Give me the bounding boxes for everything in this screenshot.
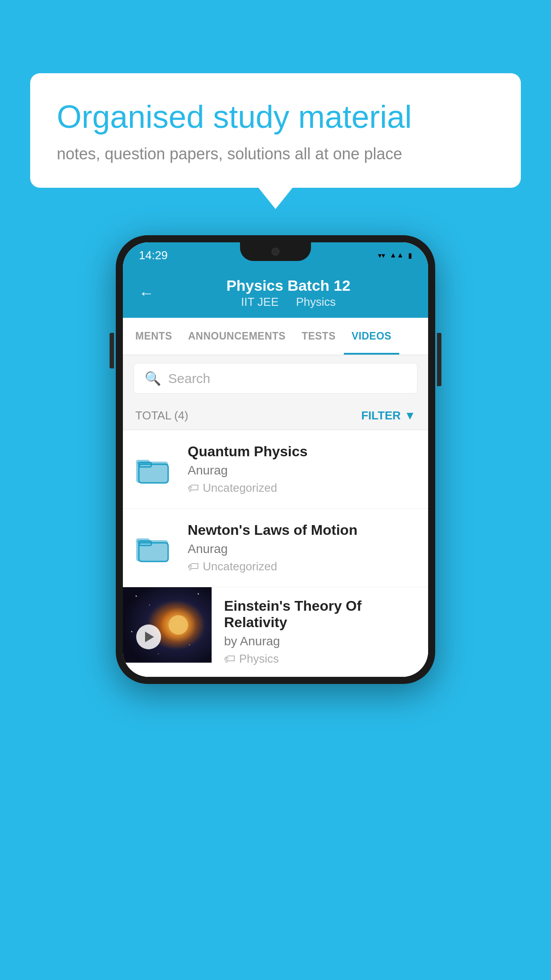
phone-screen: 14:29 ▾▾ ▲▲ ▮ ← Physics Batch 12 IIT JEE [123, 242, 428, 677]
video-tag: 🏷 Uncategorized [188, 481, 416, 495]
filter-button[interactable]: FILTER ▼ [361, 409, 416, 423]
svg-point-11 [136, 596, 137, 597]
video-info: Quantum Physics Anurag 🏷 Uncategorized [188, 443, 416, 495]
filter-label: FILTER [361, 409, 401, 423]
svg-point-16 [158, 653, 159, 654]
filter-funnel-icon: ▼ [404, 409, 416, 423]
phone-wrapper: 14:29 ▾▾ ▲▲ ▮ ← Physics Batch 12 IIT JEE [116, 235, 435, 684]
svg-point-12 [149, 605, 150, 605]
tab-ments[interactable]: MENTS [127, 318, 180, 355]
header-subtitle-physics: Physics [296, 295, 336, 308]
folder-icon-wrap [135, 532, 175, 563]
folder-icon-wrap [135, 454, 175, 485]
search-icon: 🔍 [145, 371, 161, 386]
back-button[interactable]: ← [139, 285, 154, 302]
header-title: Physics Batch 12 [165, 277, 412, 294]
app-header: ← Physics Batch 12 IIT JEE Physics [123, 268, 428, 318]
tag-label: Uncategorized [203, 560, 277, 573]
thumb-bg [123, 587, 212, 663]
play-button[interactable] [136, 624, 161, 649]
status-icons: ▾▾ ▲▲ ▮ [378, 251, 412, 260]
tab-announcements[interactable]: ANNOUNCEMENTS [180, 318, 294, 355]
phone-frame: 14:29 ▾▾ ▲▲ ▮ ← Physics Batch 12 IIT JEE [116, 235, 435, 684]
video-author: Anurag [188, 463, 416, 478]
tag-label: Physics [239, 652, 279, 666]
video-info: Newton's Laws of Motion Anurag 🏷 Uncateg… [188, 522, 416, 573]
speech-bubble-container: Organised study material notes, question… [30, 73, 521, 188]
video-title: Einstein's Theory Of Relativity [224, 598, 416, 631]
folder-icon [135, 532, 171, 563]
wifi-icon: ▾▾ [378, 251, 385, 260]
header-info: Physics Batch 12 IIT JEE Physics [165, 277, 412, 309]
tab-videos[interactable]: VIDEOS [344, 318, 400, 355]
video-tag: 🏷 Uncategorized [188, 560, 416, 573]
status-time: 14:29 [139, 249, 168, 262]
tag-label: Uncategorized [203, 481, 277, 495]
bubble-subtitle: notes, question papers, solutions all at… [57, 145, 494, 163]
camera-dot [272, 248, 279, 256]
tabs-bar: MENTS ANNOUNCEMENTS TESTS VIDEOS [123, 318, 428, 355]
video-list: Quantum Physics Anurag 🏷 Uncategorized [123, 430, 428, 677]
svg-point-14 [189, 644, 190, 645]
signal-icon: ▲▲ [390, 251, 404, 259]
total-count-label: TOTAL (4) [135, 409, 188, 423]
tab-tests[interactable]: TESTS [294, 318, 344, 355]
list-item[interactable]: Quantum Physics Anurag 🏷 Uncategorized [123, 430, 428, 509]
video-title: Newton's Laws of Motion [188, 522, 416, 538]
header-subtitle: IIT JEE Physics [165, 295, 412, 309]
svg-point-15 [131, 631, 133, 632]
svg-point-10 [169, 615, 188, 635]
search-input-wrapper[interactable]: 🔍 Search [134, 363, 417, 394]
battery-icon: ▮ [408, 251, 412, 260]
video-title: Quantum Physics [188, 443, 416, 460]
tag-icon: 🏷 [188, 481, 199, 495]
video-tag: 🏷 Physics [224, 652, 416, 666]
notch [240, 242, 311, 261]
list-item[interactable]: Newton's Laws of Motion Anurag 🏷 Uncateg… [123, 509, 428, 587]
search-container: 🔍 Search [123, 355, 428, 402]
search-placeholder: Search [168, 371, 210, 386]
filter-row: TOTAL (4) FILTER ▼ [123, 402, 428, 430]
video-author: Anurag [188, 542, 416, 556]
list-item[interactable]: Einstein's Theory Of Relativity by Anura… [123, 587, 428, 677]
folder-icon [135, 454, 171, 485]
bubble-title: Organised study material [57, 98, 494, 136]
header-subtitle-iitjee: IIT JEE [241, 295, 279, 308]
video-thumbnail [123, 587, 212, 663]
video-author: by Anurag [224, 634, 416, 648]
svg-point-13 [198, 593, 199, 595]
speech-bubble: Organised study material notes, question… [30, 73, 521, 188]
tag-icon: 🏷 [188, 560, 199, 573]
status-bar: 14:29 ▾▾ ▲▲ ▮ [123, 242, 428, 268]
video-info: Einstein's Theory Of Relativity by Anura… [212, 587, 428, 676]
tag-icon: 🏷 [224, 652, 236, 666]
